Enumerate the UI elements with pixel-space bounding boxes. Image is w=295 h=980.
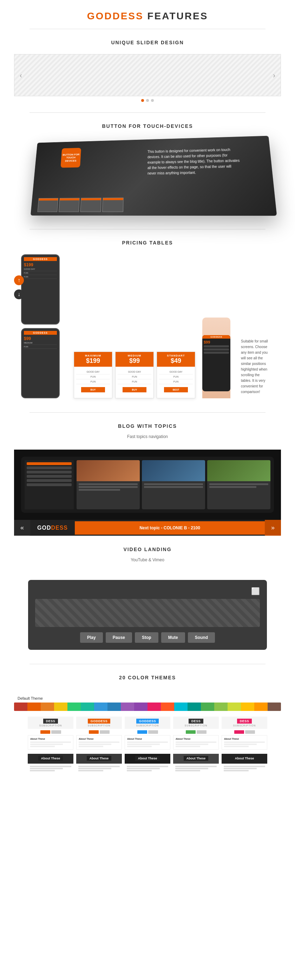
theme-mini-btn-6[interactable] xyxy=(148,730,158,734)
color-bar-7 xyxy=(94,703,108,711)
blog-article-3 xyxy=(207,460,270,509)
blog-nav-logo: GODDESS xyxy=(30,520,75,535)
theme-card-dark-2: About These xyxy=(76,754,122,773)
blog-logo-god: GOD xyxy=(37,525,51,531)
sound-button[interactable]: Sound xyxy=(188,632,215,643)
mini-screen-3 xyxy=(80,198,101,212)
title-accent: GODDESS xyxy=(87,11,144,21)
theme-mini-btn-7[interactable] xyxy=(186,730,196,734)
color-bar-17 xyxy=(228,703,241,711)
blog-sidebar-item-3[interactable] xyxy=(27,471,71,474)
pricing-phone-row-5: FUN xyxy=(24,345,57,349)
blog-article-text-2 xyxy=(142,481,205,491)
color-bar-8 xyxy=(108,703,121,711)
play-button[interactable]: Play xyxy=(80,632,103,643)
theme-card-dark-3: About These xyxy=(125,754,170,773)
page-title: GODDESS FEATURES xyxy=(0,11,295,22)
theme-mini-btn-9[interactable] xyxy=(234,730,244,734)
video-section-title: VIDEO LANDING xyxy=(0,547,295,552)
slider-section: ‹ › xyxy=(0,51,295,112)
color-bar-5 xyxy=(67,703,81,711)
blog-nav-bar: « GODDESS Next topic - COLONIE B - 2100 … xyxy=(14,520,281,536)
color-bar-4 xyxy=(54,703,67,711)
touch-mockup: BUTTON FORTOUCHDEVICES This button is de… xyxy=(21,138,274,215)
color-bar-13 xyxy=(174,703,187,711)
color-bar-1 xyxy=(14,703,27,711)
touch-section: BUTTON FORTOUCHDEVICES This button is de… xyxy=(0,134,295,229)
theme-card-5-logo: DESS xyxy=(237,719,252,724)
blog-sidebar-item-1[interactable] xyxy=(27,462,71,465)
pricing-card-maximum: MAXIMUM $199 GOOD DAY FUN FUN BUY xyxy=(74,352,113,398)
blog-sidebar-item-5[interactable] xyxy=(27,479,71,482)
pricing-container: GODDESS $199 GOOD DAY FUN FUN GODDESS $9… xyxy=(21,254,274,398)
pricing-card-medium-title: MEDIUM xyxy=(117,354,152,357)
pricing-phone-row-4: MEDIUM xyxy=(24,341,57,345)
pricing-section: GODDESS $199 GOOD DAY FUN FUN GODDESS $9… xyxy=(0,251,295,412)
pricing-card-maximum-header: MAXIMUM $199 xyxy=(74,352,112,367)
blog-article-2 xyxy=(142,460,205,509)
pricing-card-standart: STANDART $49 GOOD DAY FUN FUN BEST xyxy=(157,352,195,398)
blog-sidebar-item-2[interactable] xyxy=(27,466,71,469)
blog-sidebar-item-6[interactable] xyxy=(27,483,71,486)
theme-card-2: GODDESS SUBSCRIPTION About These xyxy=(76,717,122,749)
theme-card-3: GODDESS SUBSCRIPTION About These xyxy=(125,717,170,749)
slider-dots xyxy=(14,99,281,102)
pricing-phone-row-3: FUN xyxy=(24,275,57,279)
theme-card-dark-4: About These xyxy=(173,754,219,773)
slider-arrow-left[interactable]: ‹ xyxy=(20,71,22,80)
stop-button[interactable]: Stop xyxy=(135,632,159,643)
theme-mini-btn-4[interactable] xyxy=(100,730,109,734)
slider-arrow-right[interactable]: › xyxy=(273,71,275,80)
divider-top xyxy=(30,29,265,29)
arrow-down: ↓ xyxy=(14,290,24,299)
blog-nav-next[interactable]: Next topic - COLONIE B - 2100 xyxy=(75,521,265,535)
slider-section-title: UNIQUE SLIDER DESIGN xyxy=(0,40,295,45)
pricing-phone-price-2: $99 xyxy=(24,336,57,341)
theme-card-4-sub: SUBSCRIPTION xyxy=(185,724,208,727)
pricing-card-maximum-title: MAXIMUM xyxy=(76,354,111,357)
color-bar-15 xyxy=(201,703,214,711)
hand-phone-content: $99 xyxy=(202,339,230,391)
blog-next-arrow[interactable]: » xyxy=(265,520,281,536)
theme-card-1-btns xyxy=(28,730,73,734)
theme-mini-btn-2[interactable] xyxy=(51,730,61,734)
slider-dot-3[interactable] xyxy=(151,99,154,102)
pricing-card-medium-body: GOOD DAY FUN FUN BUY xyxy=(116,367,154,398)
blog-prev-arrow[interactable]: « xyxy=(14,520,30,536)
pricing-card-standart-btn[interactable]: BEST xyxy=(164,387,187,392)
color-bar-6 xyxy=(81,703,94,711)
theme-mini-btn-3[interactable] xyxy=(89,730,99,734)
pricing-card-maximum-btn[interactable]: BUY xyxy=(81,387,105,392)
video-section-subtitle: YouTube & Vimeo xyxy=(0,557,295,562)
touch-sub-screens xyxy=(37,198,123,212)
pricing-card-standart-price: $49 xyxy=(159,357,193,364)
mini-screen-1 xyxy=(37,198,58,212)
blog-sidebar-item-4[interactable] xyxy=(27,475,71,478)
theme-card-dark-1: About These xyxy=(28,754,73,773)
pricing-phone-header: GODDESS xyxy=(24,257,57,261)
pricing-phone-2: GODDESS $99 MEDIUM FUN xyxy=(21,328,60,398)
mute-button[interactable]: Mute xyxy=(161,632,185,643)
pricing-phone-price: $199 xyxy=(24,262,57,267)
theme-mini-btn-1[interactable] xyxy=(40,730,50,734)
page-header: GODDESS FEATURES xyxy=(0,0,295,29)
slider-dot-2[interactable] xyxy=(146,99,149,102)
theme-card-5-sub: SUBSCRIPTION xyxy=(233,724,256,727)
theme-mini-btn-5[interactable] xyxy=(137,730,147,734)
slider-dot-1[interactable] xyxy=(141,99,144,102)
pricing-card-medium-btn[interactable]: BUY xyxy=(122,387,146,392)
color-bar-3 xyxy=(41,703,54,711)
pricing-cards: MAXIMUM $199 GOOD DAY FUN FUN BUY MEDIUM… xyxy=(74,352,195,398)
theme-mini-btn-10[interactable] xyxy=(245,730,255,734)
divider-1 xyxy=(30,112,265,113)
theme-card-4-logo: DESS xyxy=(189,719,204,724)
blog-mockup xyxy=(14,450,281,520)
screen-icon: ⬜ xyxy=(251,587,260,595)
pause-button[interactable]: Pause xyxy=(106,632,132,643)
theme-card-2-sub: SUBSCRIPTION xyxy=(88,724,111,727)
color-bar-20 xyxy=(268,703,281,711)
color-bar-14 xyxy=(187,703,201,711)
theme-mini-btn-8[interactable] xyxy=(197,730,206,734)
hand-phone: GODDESS $99 xyxy=(202,335,230,391)
color-bar-12 xyxy=(161,703,174,711)
